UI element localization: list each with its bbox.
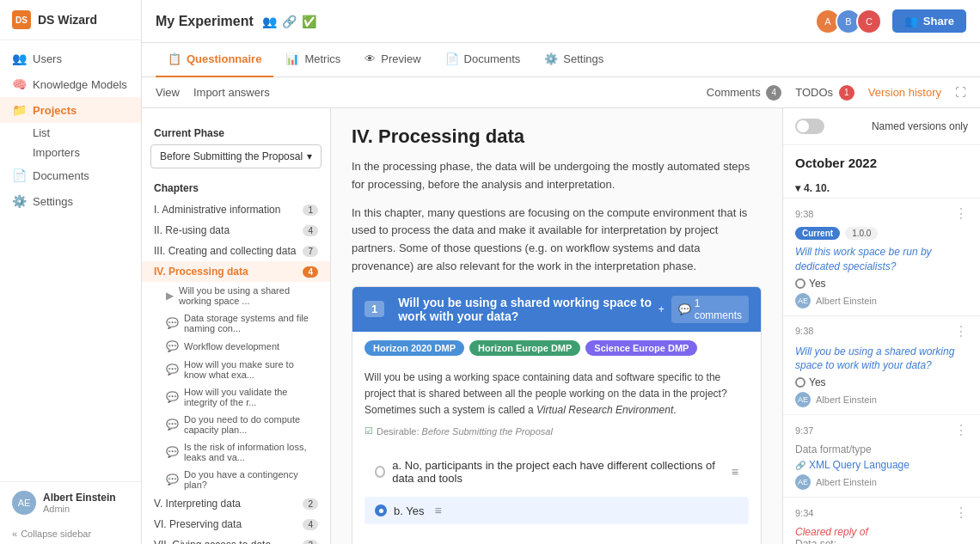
comment-icon-2: 💬 — [166, 364, 179, 376]
sidebar-item-settings[interactable]: ⚙️ Settings — [0, 188, 141, 214]
history-entry-0: 9:38 ⋮ Current 1.0.0 Will this work spac… — [783, 199, 980, 316]
radio-a[interactable] — [375, 466, 385, 478]
desirable-note-1: ☑ Desirable: Before Submitting the Propo… — [364, 425, 749, 437]
entry-0-question[interactable]: Will this work space be run by dedicated… — [795, 245, 968, 274]
sub-item-risk[interactable]: 💬 Is the risk of information loss, leaks… — [142, 438, 330, 466]
collaborators-avatars: A B C — [815, 9, 882, 34]
question-1-body: Will you be using a working space contai… — [352, 361, 761, 446]
section-desc-2: In this chapter, many questions are focu… — [352, 205, 762, 276]
chapter-admin-label: I. Administrative information — [154, 204, 280, 216]
sidebar-item-list[interactable]: List — [0, 123, 141, 143]
sub-item-shared-workspace[interactable]: ▶ Will you be using a shared working spa… — [142, 282, 330, 309]
chapters-title: Chapters — [142, 177, 330, 199]
chapter-creating[interactable]: III. Creating and collecting data 7 — [142, 241, 330, 261]
comment-button[interactable]: 💬 1 comments — [671, 296, 749, 323]
settings-tab-icon: ⚙️ — [544, 52, 558, 65]
left-panel: Current Phase Before Submitting the Prop… — [142, 108, 331, 544]
tab-metrics[interactable]: 📊 Metrics — [273, 43, 352, 77]
status-icon[interactable]: ✅ — [302, 15, 316, 28]
entry-0-username: Albert Einstein — [816, 296, 877, 306]
entry-2-user: AE Albert Einstein — [795, 474, 968, 490]
named-versions-toggle[interactable] — [795, 119, 824, 134]
chapter-creating-label: III. Creating and collecting data — [154, 245, 296, 257]
subtoolbar-right: Comments 4 TODOs 1 Version history ⛶ — [707, 85, 966, 101]
sidebar-item-knowledge-models[interactable]: 🧠 Knowledge Models — [0, 71, 141, 97]
option-a[interactable]: a. No, participants in the project each … — [364, 452, 749, 492]
sub-item-compute[interactable]: 💬 Do you need to do compute capacity pla… — [142, 411, 330, 438]
list-icon-b[interactable]: ≡ — [434, 504, 441, 517]
share-icon: 👥 — [904, 15, 918, 28]
history-entry-1: 9:38 ⋮ Will you be using a shared workin… — [783, 316, 980, 416]
tab-documents[interactable]: 📄 Documents — [433, 43, 533, 77]
comments-count: 4 — [766, 85, 781, 101]
collapse-chevron-icon: « — [12, 529, 17, 539]
tag-horizon-europe: Horizon Europe DMP — [469, 340, 580, 356]
settings-icon: ⚙️ — [12, 194, 26, 208]
fullscreen-icon[interactable]: ⛶ — [955, 86, 966, 99]
question-1-header: 1 Will you be using a shared working spa… — [352, 287, 761, 332]
collapse-sidebar-button[interactable]: « Collapse sidebar — [0, 523, 141, 544]
middle-panel: IV. Processing data In the processing ph… — [331, 108, 782, 544]
version-history-link[interactable]: Version history — [868, 86, 941, 99]
entry-1-username: Albert Einstein — [816, 394, 877, 405]
users-link-icon[interactable]: 👥 — [262, 15, 277, 28]
chapter-admin[interactable]: I. Administrative information 1 — [142, 199, 330, 220]
comment-icon-4: 💬 — [166, 419, 179, 431]
add-icon[interactable]: + — [658, 303, 665, 315]
radio-b[interactable] — [375, 504, 387, 516]
chapter-preserving[interactable]: VI. Preserving data 4 — [142, 514, 330, 535]
metrics-tab-label: Metrics — [304, 52, 340, 65]
import-answers-link[interactable]: Import answers — [193, 86, 270, 99]
chapter-processing-label: IV. Processing data — [154, 266, 248, 278]
chapter-processing[interactable]: IV. Processing data 4 — [142, 261, 330, 282]
todos-count: 1 — [839, 85, 854, 101]
sub-item-workflow[interactable]: 💬 Workflow development — [142, 337, 330, 356]
questionnaire-tab-label: Questionnaire — [187, 52, 261, 65]
tab-questionnaire[interactable]: 📋 Questionnaire — [156, 43, 273, 77]
entry-0-time: 9:38 ⋮ — [795, 205, 968, 222]
more-options-icon-2[interactable]: ⋮ — [954, 422, 968, 438]
option-b[interactable]: b. Yes ≡ — [364, 497, 749, 524]
list-icon-a[interactable]: ≡ — [732, 465, 738, 479]
sidebar-header: DS DS Wizard — [0, 0, 141, 40]
sub-label-1: Data storage systems and file naming con… — [184, 313, 318, 333]
chapter-preserving-label: VI. Preserving data — [154, 518, 242, 530]
sidebar-item-users[interactable]: 👥 Users — [0, 46, 141, 71]
date-label: 4. 10. — [804, 182, 830, 194]
questionnaire-tab-icon: 📋 — [168, 52, 181, 65]
entry-0-answer: Yes — [795, 278, 968, 290]
more-options-icon-3[interactable]: ⋮ — [954, 504, 968, 521]
view-link[interactable]: View — [156, 86, 180, 99]
entry-1-question[interactable]: Will you be using a shared working space… — [795, 345, 968, 374]
chapter-interpreting[interactable]: V. Interpreting data 2 — [142, 493, 330, 514]
sub-item-integrity[interactable]: 💬 How will you make sure to know what ex… — [142, 356, 330, 383]
option-b-label: b. Yes — [394, 504, 424, 517]
link-icon[interactable]: 🔗 — [282, 15, 297, 28]
tab-preview[interactable]: 👁 Preview — [352, 43, 432, 77]
chapter-reusing[interactable]: II. Re-using data 4 — [142, 220, 330, 241]
preview-tab-icon: 👁 — [364, 52, 376, 65]
entry-2-data-text: XML Query Language — [809, 459, 910, 471]
sidebar-item-projects[interactable]: 📁 Projects — [0, 97, 141, 123]
sidebar-item-documents[interactable]: 📄 Documents — [0, 162, 141, 188]
entry-1-time: 9:38 ⋮ — [795, 323, 968, 339]
date-header[interactable]: ▾ 4. 10. — [783, 175, 980, 198]
chapter-interpreting-count: 2 — [303, 498, 318, 510]
sub-item-validate[interactable]: 💬 How will you validate the integrity of… — [142, 383, 330, 411]
question-1-number: 1 — [364, 301, 384, 317]
sub-item-data-storage[interactable]: 💬 Data storage systems and file naming c… — [142, 309, 330, 337]
more-options-icon-0[interactable]: ⋮ — [954, 205, 968, 222]
sub-label-0: Will you be using a shared working space… — [179, 285, 318, 306]
tag-science-europe: Science Europe DMP — [585, 340, 697, 356]
sidebar-item-importers[interactable]: Importers — [0, 143, 141, 162]
sidebar-nav: 👥 Users 🧠 Knowledge Models 📁 Projects Li… — [0, 40, 141, 219]
chapter-reusing-label: II. Re-using data — [154, 224, 230, 236]
share-button[interactable]: 👥 Share — [892, 9, 966, 33]
version-badge: 1.0.0 — [845, 227, 878, 240]
more-options-icon-1[interactable]: ⋮ — [954, 323, 968, 339]
tab-settings[interactable]: ⚙️ Settings — [532, 43, 616, 77]
sub-label-2: Workflow development — [184, 341, 279, 351]
sub-item-contingency[interactable]: 💬 Do you have a contingency plan? — [142, 466, 330, 493]
chapter-giving[interactable]: VII. Giving access to data 3 — [142, 535, 330, 544]
phase-dropdown[interactable]: Before Submitting the Proposal ▾ — [150, 144, 322, 168]
